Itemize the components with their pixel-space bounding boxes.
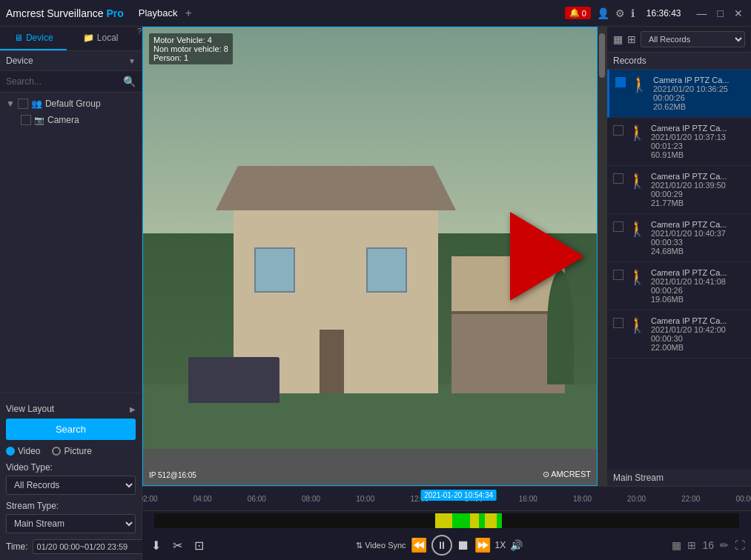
timeline-mark: 20:00: [627, 495, 646, 503]
house-roof: [216, 166, 456, 210]
record-checkbox-4[interactable]: [613, 270, 623, 280]
monitor-icon: 🖥: [14, 33, 23, 43]
record-date-1: 2021/01/20 10:37:13: [651, 133, 745, 141]
group-icon: 👥: [31, 99, 42, 109]
record-checkbox-1[interactable]: [613, 125, 623, 136]
help-icon[interactable]: ?: [137, 27, 142, 50]
notification-count: 0: [582, 9, 586, 18]
cut-icon[interactable]: ✂: [170, 537, 185, 554]
record-name-3: Camera IP PTZ Ca...: [651, 220, 745, 229]
stop-button[interactable]: ⏹: [457, 538, 470, 553]
record-duration-0: 00:00:26: [653, 93, 745, 102]
time-input[interactable]: [33, 539, 144, 554]
user-icon[interactable]: 👤: [597, 7, 609, 19]
forward-button[interactable]: ⏩: [474, 537, 491, 553]
record-name-0: Camera IP PTZ Ca...: [653, 76, 745, 84]
video-overlay-ip: IP 512@16:05: [149, 471, 196, 479]
radio-video[interactable]: Video: [6, 446, 40, 456]
download-icon[interactable]: ⬇: [148, 537, 164, 554]
timeline-cursor[interactable]: 2021-01-20 10:54:34: [420, 490, 497, 501]
video-scrollbar[interactable]: [598, 27, 606, 486]
window-controls: — □ ✕: [695, 7, 745, 19]
record-item[interactable]: 🚶 Camera IP PTZ Ca... 2021/01/20 10:40:3…: [607, 214, 751, 262]
record-duration-2: 00:00:29: [651, 190, 745, 199]
walk-icon-5: 🚶: [628, 316, 646, 334]
timeline-ruler[interactable]: 02:0004:0006:0008:0010:0012:0014:0016:00…: [142, 487, 751, 511]
time-group: Time: 📅: [6, 539, 136, 554]
volume-icon[interactable]: 🔊: [510, 539, 523, 551]
record-info-4: Camera IP PTZ Ca... 2021/01/20 10:41:08 …: [651, 268, 745, 304]
media-type-radio: Video Picture: [6, 446, 136, 456]
maximize-button[interactable]: □: [715, 7, 726, 19]
play-pause-button[interactable]: ⏸: [431, 535, 452, 556]
video-type-group: Video Type: All Records: [6, 462, 136, 495]
search-icon[interactable]: 🔍: [123, 76, 136, 87]
tree-group-default[interactable]: ▼ 👥 Default Group: [0, 96, 142, 112]
record-info-5: Camera IP PTZ Ca... 2021/01/20 10:42:00 …: [651, 316, 745, 352]
timeline-segment: [485, 513, 497, 528]
folder-icon: 📁: [83, 33, 94, 43]
crop-icon[interactable]: ⊡: [191, 537, 207, 554]
record-item[interactable]: 🚶 Camera IP PTZ Ca... 2021/01/20 10:36:2…: [607, 70, 751, 118]
layout2-icon[interactable]: ⊞: [687, 539, 696, 551]
edit-icon[interactable]: ✏: [720, 539, 729, 551]
record-item[interactable]: 🚶 Camera IP PTZ Ca... 2021/01/20 10:41:0…: [607, 262, 751, 310]
content-area: Motor Vehicle: 4 Non motor vehicle: 8 Pe…: [142, 27, 751, 560]
walk-icon-4: 🚶: [628, 268, 646, 286]
record-name-1: Camera IP PTZ Ca...: [651, 124, 745, 133]
search-input[interactable]: [6, 76, 120, 87]
record-checkbox-3[interactable]: [613, 221, 623, 232]
fullscreen-icon[interactable]: ⛶: [735, 539, 745, 551]
record-item[interactable]: 🚶 Camera IP PTZ Ca... 2021/01/20 10:42:0…: [607, 310, 751, 359]
layout-number-icon[interactable]: 16: [702, 539, 714, 551]
camera-checkbox[interactable]: [21, 115, 31, 125]
record-checkbox-2[interactable]: [613, 173, 623, 184]
timeline-segment: [470, 513, 479, 528]
grid2-icon[interactable]: ⊞: [627, 33, 636, 45]
records-list: 🚶 Camera IP PTZ Ca... 2021/01/20 10:36:2…: [607, 70, 751, 470]
info-icon[interactable]: ℹ: [631, 7, 635, 19]
tab-local[interactable]: 📁 Local: [67, 27, 133, 50]
timeline-mark: 08:00: [302, 495, 320, 503]
device-section: Device ▼: [0, 51, 142, 71]
sidebar-tabs: 🖥 Device 📁 Local ?: [0, 27, 142, 51]
tree-item-camera[interactable]: 📷 Camera: [0, 112, 142, 128]
road: [143, 449, 597, 485]
radio-video-dot: [6, 447, 15, 456]
record-checkbox-0[interactable]: [615, 77, 626, 87]
notification-button[interactable]: 🔔 0: [565, 7, 591, 19]
search-button[interactable]: Search: [6, 419, 136, 440]
radio-picture[interactable]: Picture: [52, 446, 91, 456]
record-info-1: Camera IP PTZ Ca... 2021/01/20 10:37:13 …: [651, 124, 745, 159]
timeline-bar-row: [142, 511, 751, 530]
group-checkbox[interactable]: [18, 99, 28, 109]
record-duration-5: 00:00:30: [651, 334, 745, 343]
record-item[interactable]: 🚶 Camera IP PTZ Ca... 2021/01/20 10:37:1…: [607, 118, 751, 166]
camera-label: Camera: [47, 115, 79, 125]
rewind-button[interactable]: ⏪: [411, 537, 427, 553]
layout1-icon[interactable]: ▦: [672, 539, 681, 551]
sync-icon: ⇅: [356, 541, 363, 550]
record-date-0: 2021/01/20 10:36:25: [653, 84, 745, 93]
settings-icon[interactable]: ⚙: [615, 7, 625, 19]
video-type-select[interactable]: All Records: [6, 476, 136, 495]
house-window2: [366, 247, 407, 293]
timeline-segment: [479, 513, 485, 528]
grid1-icon[interactable]: ▦: [613, 33, 623, 45]
add-tab-button[interactable]: +: [185, 7, 191, 20]
all-records-select[interactable]: All Records: [641, 31, 745, 47]
record-duration-1: 00:01:23: [651, 141, 745, 150]
record-item[interactable]: 🚶 Camera IP PTZ Ca... 2021/01/20 10:39:5…: [607, 166, 751, 214]
records-panel-header: ▦ ⊞ All Records: [607, 27, 751, 53]
view-layout-row[interactable]: View Layout ▶: [6, 399, 136, 419]
stream-type-select[interactable]: Main Stream: [6, 514, 136, 533]
record-date-2: 2021/01/20 10:39:50: [651, 181, 745, 190]
close-button[interactable]: ✕: [732, 7, 745, 19]
video-overlay-detection: Motor Vehicle: 4 Non motor vehicle: 8 Pe…: [149, 33, 233, 64]
record-checkbox-5[interactable]: [613, 318, 623, 328]
timeline-segment: [452, 513, 458, 528]
scrollbar-handle[interactable]: [599, 33, 605, 78]
tab-device[interactable]: 🖥 Device: [0, 27, 67, 50]
minimize-button[interactable]: —: [695, 7, 709, 19]
timeline-bar[interactable]: [154, 513, 739, 528]
